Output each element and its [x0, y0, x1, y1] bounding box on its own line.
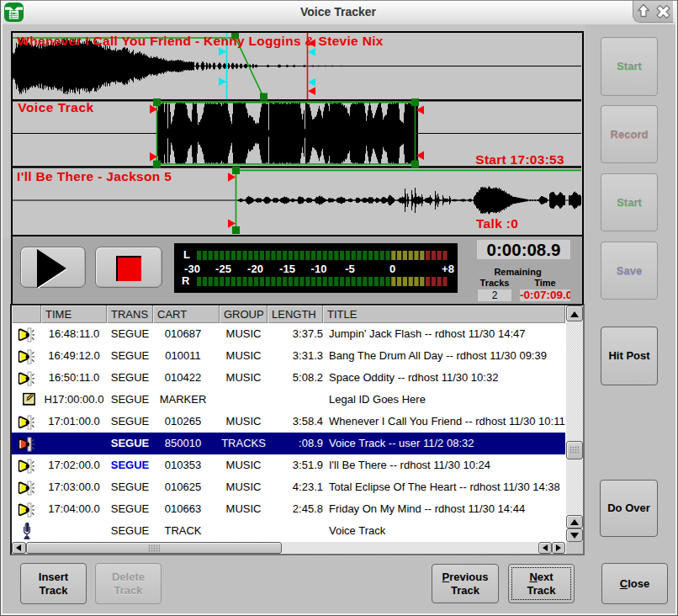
svg-text:I'll Be There - Jackson 5: I'll Be There - Jackson 5 [17, 169, 172, 183]
svg-text:Voice Track: Voice Track [18, 100, 94, 114]
svg-text:Start 17:03:53: Start 17:03:53 [475, 152, 564, 167]
svg-text:Whenever I Call You Friend - K: Whenever I Call You Friend - Kenny Loggi… [17, 34, 383, 48]
svg-text:Talk :0: Talk :0 [476, 216, 518, 231]
